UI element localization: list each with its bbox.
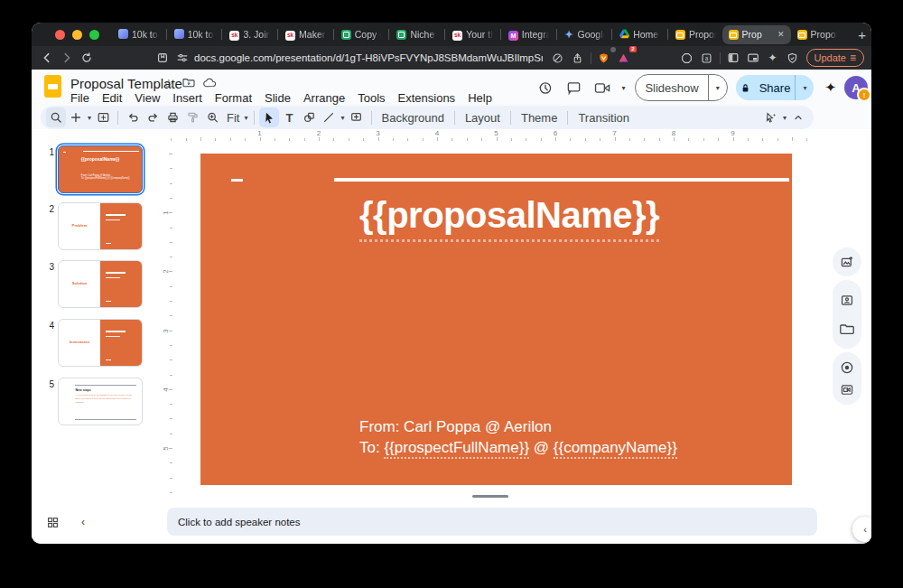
line-tool-icon[interactable] <box>319 107 339 127</box>
slide-thumbnail-4[interactable]: Investment <box>58 319 143 367</box>
print-icon[interactable] <box>163 107 182 127</box>
slide-thumbnail-1[interactable]: {{proposalName}}From: Carl Poppa @ Aeril… <box>58 145 143 193</box>
bookmark-sidebar-icon[interactable] <box>153 48 172 68</box>
layout-button[interactable]: Layout <box>460 111 506 125</box>
zoom-icon[interactable] <box>202 107 222 127</box>
slide-canvas[interactable]: {{proposalName}} From: Carl Poppa @ Aeri… <box>200 154 792 485</box>
slide-thumbnail-2[interactable]: Problem <box>58 202 143 250</box>
tab-close-icon[interactable]: ✕ <box>777 30 785 39</box>
page-zoom-icon[interactable] <box>548 48 568 68</box>
background-button[interactable]: Background <box>377 111 450 125</box>
text-box-icon[interactable]: T <box>279 107 299 127</box>
minimize-window-button[interactable] <box>72 30 82 40</box>
select-tool-icon[interactable] <box>259 107 279 127</box>
redo-icon[interactable] <box>143 107 163 127</box>
menu-file[interactable]: File <box>64 90 96 106</box>
avatar[interactable]: A ! <box>844 76 868 99</box>
insert-comment-icon[interactable] <box>347 107 367 127</box>
browser-tab[interactable]: MIntegratio <box>502 25 555 44</box>
update-button[interactable]: Update ≡ <box>806 49 865 67</box>
search-menus-icon[interactable] <box>46 107 66 127</box>
browser-tab[interactable]: sk3. Join 3 <box>223 25 276 44</box>
menu-extensions[interactable]: Extensions <box>392 90 462 106</box>
version-history-icon[interactable] <box>533 76 556 99</box>
slide-from-line[interactable]: From: Carl Poppa @ Aerilon <box>359 418 552 436</box>
gemini-icon[interactable]: ✦ <box>824 79 836 96</box>
octagon-extension-icon[interactable] <box>677 48 697 68</box>
browser-tab[interactable]: skMaker Sc <box>279 25 332 44</box>
star-icon[interactable]: ☆ <box>163 77 174 90</box>
slide-thumbnail-5[interactable]: Next stepsAll you need to do to get star… <box>58 378 143 425</box>
chrome-ai-icon[interactable]: ✦ <box>763 48 783 68</box>
undo-icon[interactable] <box>123 107 143 127</box>
speaker-notes-input[interactable]: Click to add speaker notes <box>167 508 817 536</box>
zoom-select[interactable]: Fit <box>222 111 242 125</box>
browser-tab[interactable]: Niche Di <box>390 25 443 44</box>
browser-tab[interactable]: ✦Google C <box>558 25 611 44</box>
folder-icon[interactable] <box>839 321 855 337</box>
add-slide-icon[interactable] <box>66 107 86 127</box>
move-folder-icon[interactable] <box>182 77 195 90</box>
menu-tools[interactable]: Tools <box>351 90 391 106</box>
laser-pointer-icon[interactable] <box>761 107 781 127</box>
menu-edit[interactable]: Edit <box>96 90 128 106</box>
chevron-down-icon[interactable]: ▾ <box>86 114 93 122</box>
cloud-status-icon[interactable] <box>203 77 217 90</box>
chevron-down-icon[interactable]: ▾ <box>796 84 814 92</box>
browser-tab[interactable]: Proposal <box>669 25 722 44</box>
slides-logo-icon[interactable] <box>44 75 61 98</box>
close-window-button[interactable] <box>55 30 65 40</box>
slide-thumbnail-3[interactable]: Solution <box>58 260 143 308</box>
browser-tab[interactable]: Home - C <box>613 25 666 44</box>
menu-view[interactable]: View <box>128 90 166 106</box>
grid-view-icon[interactable] <box>44 514 61 530</box>
browser-tab[interactable]: Copy of <box>335 25 388 44</box>
comment-icon[interactable] <box>562 76 585 99</box>
browser-tab-active[interactable]: Prop✕ <box>722 25 791 44</box>
picture-in-picture-icon[interactable] <box>743 48 763 68</box>
menu-insert[interactable]: Insert <box>166 90 209 106</box>
record-icon[interactable] <box>839 359 855 376</box>
slide-title[interactable]: {{proposalName}} <box>359 195 659 236</box>
new-slide-layout-icon[interactable] <box>93 107 113 127</box>
image-add-icon[interactable] <box>839 254 855 270</box>
notes-resize-handle[interactable] <box>472 495 508 498</box>
collapse-filmstrip-icon[interactable]: ‹ <box>75 514 91 530</box>
chevron-down-icon[interactable]: ▾ <box>709 84 727 92</box>
menu-format[interactable]: Format <box>209 90 258 106</box>
slide-to-line[interactable]: To: {{prospectFullName}} @ {{companyName… <box>359 439 677 457</box>
browser-tab[interactable]: 10k to $1 <box>112 25 165 44</box>
menu-arrange[interactable]: Arrange <box>297 90 351 106</box>
extension-icon[interactable]: 2 <box>614 48 634 68</box>
browser-tab[interactable]: 10k to $1 <box>168 25 221 44</box>
chevron-down-icon[interactable]: ▾ <box>242 114 249 122</box>
theme-button[interactable]: Theme <box>516 111 563 125</box>
browser-tab[interactable]: skYour thin <box>446 25 499 44</box>
transition-button[interactable]: Transition <box>573 111 635 125</box>
camera-box-icon[interactable] <box>839 381 855 397</box>
chevron-down-icon[interactable]: ▾ <box>781 114 788 122</box>
forward-button[interactable] <box>57 48 77 68</box>
share-button[interactable]: Share ▾ <box>736 75 815 100</box>
side-panel-icon[interactable] <box>723 48 743 68</box>
paint-format-icon[interactable] <box>182 107 202 127</box>
collapse-toolbar-icon[interactable] <box>788 107 808 127</box>
meet-camera-icon[interactable] <box>591 76 614 99</box>
browser-tab[interactable]: Proposal <box>791 25 844 44</box>
reload-button[interactable] <box>77 48 97 68</box>
share-page-icon[interactable] <box>568 48 588 68</box>
address-url[interactable]: docs.google.com/presentation/d/1gT-H8iVP… <box>194 52 543 63</box>
chevron-down-icon[interactable]: ▾ <box>619 84 627 92</box>
image-person-icon[interactable] <box>839 292 855 308</box>
menu-help[interactable]: Help <box>461 90 498 106</box>
chevron-down-icon[interactable]: ▾ <box>339 114 346 122</box>
back-button[interactable] <box>37 48 57 68</box>
collapse-side-panel-button[interactable]: ‹ <box>852 517 871 542</box>
privacy-shield-icon[interactable] <box>783 48 803 68</box>
site-settings-icon[interactable] <box>172 48 192 68</box>
menu-slide[interactable]: Slide <box>258 90 297 106</box>
shapes-icon[interactable] <box>299 107 319 127</box>
translate-extension-icon[interactable]: a <box>697 48 717 68</box>
slideshow-button[interactable]: Slideshow ▾ <box>635 74 727 101</box>
zoom-window-button[interactable] <box>89 30 99 40</box>
